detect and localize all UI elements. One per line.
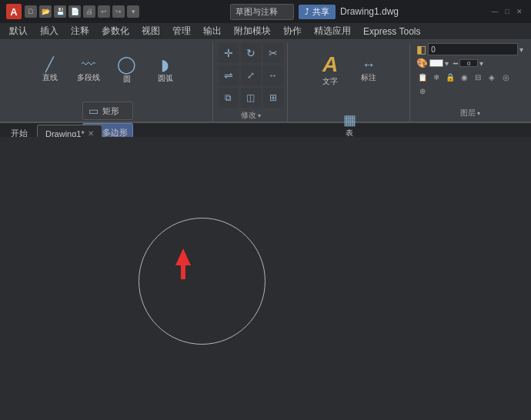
menu-view[interactable]: 视图 — [135, 23, 166, 39]
layer-properties-icon[interactable]: 📋 — [416, 71, 429, 83]
lineweight-field[interactable]: 0 — [459, 59, 478, 67]
layer-tools: ◧ 0 ▾ 🎨 ▾ ━ 0 ▾ 📋 ❄ — [416, 43, 523, 105]
menu-output[interactable]: 输出 — [197, 23, 228, 39]
saveas-icon[interactable]: 📄 — [68, 5, 81, 18]
title-center: 草图与注释 ⤴ 共享 Drawing1.dwg — [230, 4, 399, 20]
share-icon: ⤴ — [305, 7, 309, 16]
menu-parametric[interactable]: 参数化 — [95, 23, 135, 39]
menu-default[interactable]: 默认 — [3, 23, 34, 39]
rotate-button[interactable]: ↻ — [241, 43, 261, 63]
offset-icon: ◫ — [246, 92, 255, 103]
menu-manage[interactable]: 管理 — [166, 23, 197, 39]
mirror-icon: ⇌ — [224, 69, 233, 82]
ribbon-group-draw: ╱ 直线 〰 多段线 ◯ 圆 ◗ 圆弧 — [3, 43, 213, 122]
menu-collaborate[interactable]: 协作 — [277, 23, 308, 39]
share-button[interactable]: ⤴ 共享 — [299, 5, 336, 19]
lineweight-icon: ━ — [453, 59, 458, 68]
polyline-label: 多段线 — [77, 73, 100, 82]
layer-isolate-icon[interactable]: ◈ — [486, 71, 498, 83]
color-box[interactable] — [429, 59, 443, 67]
color-icon: 🎨 — [416, 58, 428, 68]
layer-icons-row: 📋 ❄ 🔒 ◉ ⊟ ◈ ◎ ⊕ — [416, 71, 523, 97]
rectangle-label: 矩形 — [102, 105, 119, 117]
layer-chevron-icon: ▾ — [477, 110, 480, 117]
scale-button[interactable]: ⤢ — [241, 65, 261, 85]
arc-icon: ◗ — [161, 57, 169, 72]
menu-annotate[interactable]: 注释 — [65, 23, 95, 39]
modify-label-text: 修改 — [241, 110, 256, 121]
modify-chevron-icon: ▾ — [258, 112, 261, 119]
trim-icon: ✂ — [269, 47, 278, 59]
minimize-button[interactable]: — — [489, 6, 500, 17]
arc-label: 圆弧 — [158, 74, 173, 83]
move-icon: ✛ — [224, 47, 233, 59]
line-button[interactable]: ╱ 直线 — [32, 43, 68, 97]
color-dropdown-icon[interactable]: ▾ — [445, 59, 449, 68]
copy-button[interactable]: ⧉ — [219, 88, 239, 108]
workspace-dropdown[interactable]: 草图与注释 — [230, 4, 294, 20]
layer-group-label[interactable]: 图层 ▾ — [460, 108, 480, 118]
open-icon[interactable]: 📂 — [39, 5, 52, 18]
menu-express-tools[interactable]: Express Tools — [357, 25, 426, 38]
new-icon[interactable]: 🗋 — [25, 5, 37, 18]
save-icon[interactable]: 💾 — [54, 5, 66, 18]
stretch-button[interactable]: ↔ — [263, 65, 283, 85]
polyline-icon: 〰 — [82, 58, 95, 72]
array-button[interactable]: ⊞ — [263, 88, 283, 108]
redo-icon[interactable]: ↪ — [112, 5, 125, 18]
share-label: 共享 — [312, 6, 329, 18]
text-icon: A — [322, 54, 338, 75]
undo-icon[interactable]: ↩ — [98, 5, 110, 18]
circle-icon: ◯ — [117, 56, 136, 73]
circle-drawing — [139, 218, 266, 345]
title-bar-left: A 🗋 📂 💾 📄 🖨 ↩ ↪ ▾ — [6, 4, 139, 19]
mirror-button[interactable]: ⇌ — [219, 65, 239, 85]
trim-button[interactable]: ✂ — [263, 43, 283, 63]
close-button[interactable]: ✕ — [514, 6, 525, 17]
app-logo: A — [6, 4, 22, 19]
table-icon: ▦ — [343, 113, 356, 127]
layer-merge-icon[interactable]: ⊕ — [416, 85, 429, 97]
line-icon: ╱ — [45, 58, 54, 72]
layer-lock-icon[interactable]: 🔒 — [444, 71, 456, 83]
ribbon-group-modify: ✛ ↻ ✂ ⇌ ⤢ ↔ ⧉ — [215, 43, 288, 122]
circle-label: 圆 — [123, 75, 131, 84]
scale-icon: ⤢ — [247, 70, 255, 81]
menu-insert[interactable]: 插入 — [34, 23, 65, 39]
text-button[interactable]: A 文字 — [312, 43, 349, 97]
lineweight-dropdown-icon[interactable]: ▾ — [479, 59, 483, 68]
menu-bar: 默认 插入 注释 参数化 视图 管理 输出 附加模块 协作 精选应用 Expre… — [0, 23, 531, 40]
layer-stack-icon: ◧ — [416, 43, 426, 55]
circle-button[interactable]: ◯ 圆 — [109, 43, 145, 97]
menu-featured[interactable]: 精选应用 — [308, 23, 357, 39]
maximize-button[interactable]: □ — [502, 6, 513, 17]
menu-addons[interactable]: 附加模块 — [228, 23, 277, 39]
dimension-icon: ↔ — [362, 58, 376, 72]
layer-color2-icon[interactable]: ◉ — [458, 71, 470, 83]
layer-name-field[interactable]: 0 — [428, 43, 518, 55]
layer-label-text: 图层 — [460, 108, 476, 118]
move-button[interactable]: ✛ — [219, 43, 239, 63]
rotate-icon: ↻ — [246, 47, 255, 59]
layer-freeze-icon[interactable]: ❄ — [430, 71, 442, 83]
canvas-area[interactable] — [0, 137, 531, 420]
layer-off-icon[interactable]: ◎ — [499, 71, 512, 83]
arrow-stem — [181, 265, 185, 279]
rectangle-button[interactable]: ▭ 矩形 — [82, 102, 133, 120]
dimension-button[interactable]: ↔ 标注 — [350, 43, 387, 97]
text-label: 文字 — [322, 77, 338, 86]
ribbon-group-annotation: A 文字 ↔ 标注 ▦ 表 注释 ▾ — [289, 43, 411, 122]
customise-icon[interactable]: ▾ — [127, 5, 139, 18]
ribbon: ╱ 直线 〰 多段线 ◯ 圆 ◗ 圆弧 — [0, 40, 531, 123]
annotation-tools: A 文字 ↔ 标注 ▦ 表 — [294, 43, 406, 152]
offset-button[interactable]: ◫ — [241, 88, 261, 108]
modify-group-label[interactable]: 修改 ▾ — [241, 110, 261, 121]
arc-button[interactable]: ◗ 圆弧 — [147, 43, 184, 97]
layer-dropdown-icon[interactable]: ▾ — [519, 45, 523, 54]
dimension-label: 标注 — [361, 73, 376, 82]
window-controls: — □ ✕ — [489, 6, 525, 17]
polyline-button[interactable]: 〰 多段线 — [70, 43, 107, 97]
print-icon[interactable]: 🖨 — [83, 5, 95, 18]
layer-match-icon[interactable]: ⊟ — [472, 71, 484, 83]
quick-access-toolbar: 🗋 📂 💾 📄 🖨 ↩ ↪ ▾ — [25, 5, 139, 18]
